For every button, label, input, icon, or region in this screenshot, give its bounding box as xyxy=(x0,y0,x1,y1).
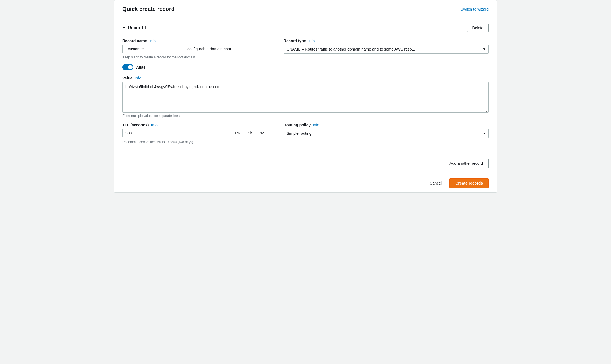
record-name-info-link[interactable]: Info xyxy=(149,39,156,43)
alias-toggle[interactable] xyxy=(122,64,133,70)
record-type-info-link[interactable]: Info xyxy=(308,39,315,43)
cancel-button[interactable]: Cancel xyxy=(425,179,446,188)
record-type-group: Record type Info A – Routes traffic to a… xyxy=(284,39,489,59)
ttl-label: TTL (seconds) Info xyxy=(122,123,272,127)
add-another-record-button[interactable]: Add another record xyxy=(444,159,489,168)
record-1-title: ▼ Record 1 xyxy=(122,25,147,30)
ttl-recommended: Recommended values: 60 to 172800 (two da… xyxy=(122,140,272,144)
value-hint: Enter multiple values on separate lines. xyxy=(122,114,489,118)
routing-policy-select-wrapper: Simple routing Failover Geolocation Geop… xyxy=(284,129,489,138)
ttl-input[interactable] xyxy=(122,129,228,137)
page-title: Quick create record xyxy=(122,6,175,12)
record-type-select-wrapper: A – Routes traffic to an IPv4 address AA… xyxy=(284,45,489,54)
value-section: Value Info hn9tzsiu5lnlbhcl.4wsgv9l5wfes… xyxy=(122,76,489,118)
ttl-1d-button[interactable]: 1d xyxy=(256,129,269,137)
routing-policy-group: Routing policy Info Simple routing Failo… xyxy=(284,123,489,138)
record-name-hint: Keep blank to create a record for the ro… xyxy=(122,55,272,59)
ttl-1m-button[interactable]: 1m xyxy=(230,129,244,137)
create-records-button[interactable]: Create records xyxy=(449,178,489,188)
routing-policy-label: Routing policy Info xyxy=(284,123,489,127)
delete-button[interactable]: Delete xyxy=(467,24,489,32)
value-textarea[interactable]: hn9tzsiu5lnlbhcl.4wsgv9l5wfesschhy.ngrok… xyxy=(122,82,489,113)
ttl-group: TTL (seconds) Info 1m 1h 1d Recommended … xyxy=(122,123,272,144)
ttl-preset-buttons: 1m 1h 1d xyxy=(230,129,269,137)
record-name-label: Record name Info xyxy=(122,39,272,43)
routing-policy-select[interactable]: Simple routing Failover Geolocation Geop… xyxy=(284,129,489,138)
record-type-select[interactable]: A – Routes traffic to an IPv4 address AA… xyxy=(284,45,489,54)
footer-actions: Cancel Create records xyxy=(114,174,497,192)
ttl-info-link[interactable]: Info xyxy=(151,123,157,127)
ttl-1h-button[interactable]: 1h xyxy=(244,129,256,137)
domain-suffix: .configurable-domain.com xyxy=(183,45,234,53)
alias-label: Alias xyxy=(136,65,145,69)
chevron-down-icon: ▼ xyxy=(122,26,126,30)
switch-to-wizard-link[interactable]: Switch to wizard xyxy=(461,7,489,11)
routing-policy-info-link[interactable]: Info xyxy=(313,123,319,127)
value-info-link[interactable]: Info xyxy=(135,76,141,80)
add-record-row: Add another record xyxy=(114,153,497,174)
alias-row: Alias xyxy=(122,64,489,70)
record-name-input[interactable] xyxy=(122,45,183,53)
value-label: Value Info xyxy=(122,76,489,80)
record-type-label: Record type Info xyxy=(284,39,489,43)
record-1-section: ▼ Record 1 Delete Record name Info .conf… xyxy=(114,17,497,153)
record-1-label: Record 1 xyxy=(128,25,147,30)
record-name-group: Record name Info .configurable-domain.co… xyxy=(122,39,272,59)
